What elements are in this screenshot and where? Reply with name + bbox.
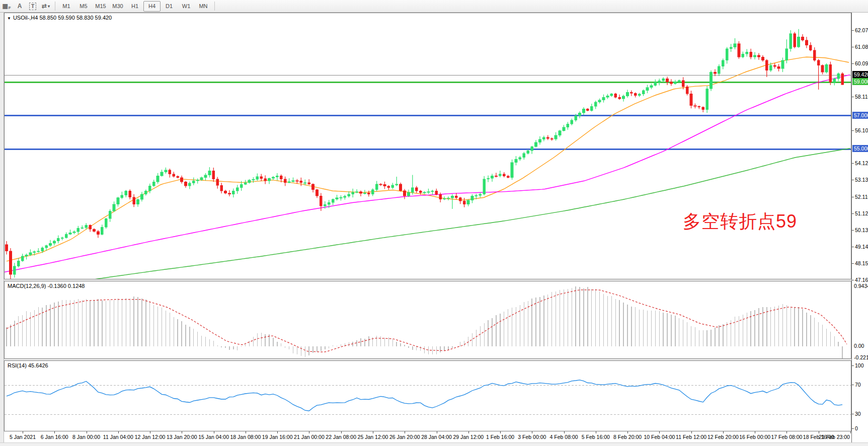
time-tick [87,431,87,433]
timeframe-button-mn[interactable]: MN [195,1,212,12]
time-tick [182,431,182,433]
time-tick [532,431,532,433]
macd-panel[interactable]: MACD(12,26,9) -0.1360 0.1248 [4,281,851,359]
rsi-axis-label: 30 [855,411,861,417]
time-tick [373,431,373,433]
time-tick-label: 21 Jan 00:00 [294,434,325,440]
time-tick-label: 16 Feb 00:00 [739,434,770,440]
price-tick [852,230,854,231]
time-tick-label: 22 Jan 08:00 [326,434,356,440]
timeframe-button-d1[interactable]: D1 [161,1,178,12]
time-tick [723,431,724,433]
annotate-text-icon[interactable]: A [14,1,26,11]
time-tick [437,431,437,433]
rsi-axis-label: 100 [855,362,864,368]
rsi-panel[interactable]: RSI(14) 45.6426 [4,360,851,431]
time-tick-label: 15 Jan 04:00 [198,434,229,440]
time-tick-label: 21 Feb 23:00 [819,434,850,440]
price-axis[interactable]: 62.07061.08060.09058.11056.10054.12053.1… [851,13,868,442]
symbol-ohlc-label: USOil-,H4 58.850 59.590 58.830 59.420 [13,15,112,21]
time-axis[interactable]: 5 Jan 20216 Jan 16:008 Jan 00:0011 Jan 0… [4,431,851,442]
price-tick [852,130,854,131]
time-tick-label: 8 Jan 00:00 [72,434,100,440]
time-tick [468,431,469,433]
time-tick-label: 5 Feb 16:00 [582,434,610,440]
time-tick-label: 28 Jan 04:00 [421,434,452,440]
price-tick [852,197,854,197]
time-tick-label: 12 Feb 20:00 [707,434,739,440]
time-tick-label: 5 Jan 2021 [10,434,36,440]
price-tick [852,280,854,280]
time-tick-label: 26 Jan 20:00 [389,434,420,440]
price-tick-label: 56.100 [855,127,868,133]
rsi-tick [852,385,854,385]
macd-histogram [7,286,842,358]
time-tick-label: 4 Feb 08:00 [550,434,578,440]
time-tick [500,431,501,433]
time-tick [627,431,628,433]
text-box-icon[interactable]: T [27,1,39,11]
price-label-box-57.000: 57.000 [852,112,868,119]
timeframe-button-w1[interactable]: W1 [178,1,195,12]
time-tick-label: 8 Feb 20:00 [613,434,642,440]
price-candles [5,29,843,279]
annotation-text: 多空转折点59 [683,209,797,234]
time-tick-label: 6 Jan 16:00 [41,434,68,440]
timeframe-button-m30[interactable]: M30 [109,1,126,12]
timeframe-button-m15[interactable]: M15 [92,1,109,12]
price-tick-label: 50.130 [855,227,868,233]
time-tick [23,431,23,433]
time-tick [309,431,309,433]
time-tick-label: 11 Jan 04:00 [103,434,133,440]
time-tick-label: 17 Feb 08:00 [771,434,803,440]
price-label-box-59.420: 59.420 [852,71,868,78]
rsi-axis-label: 70 [855,382,861,388]
time-tick-label: 3 Feb 00:00 [518,434,546,440]
time-tick-label: 25 Jan 12:00 [358,434,388,440]
toolbar-separator [214,2,215,11]
time-tick-label: 10 Feb 04:00 [644,434,675,440]
time-tick-label: 29 Jan 12:00 [453,434,484,440]
macd-axis-label: 0.9434 [854,283,868,289]
time-tick-label: 13 Jan 20:00 [167,434,197,440]
price-panel[interactable]: ▼USOil-,H4 58.850 59.590 58.830 59.420 多… [4,13,851,279]
price-tick [852,47,854,47]
rsi-axis-label: 0 [855,425,858,431]
toolbar-separator [55,2,55,11]
trading-platform-window: ▦FAT⇄▾M1M5M15M30H1H4D1W1MN ▼USOil-,H4 58… [0,0,868,446]
price-tick-label: 62.070 [855,27,868,33]
time-tick [54,431,55,433]
symbol-dropdown-icon[interactable]: ▼ [7,16,11,21]
price-tick [852,63,854,64]
time-tick [405,431,405,433]
time-tick-label: 11 Feb 12:00 [676,434,706,440]
price-tick [852,30,854,31]
cursor-arrows-icon[interactable]: ⇄▾ [40,1,52,11]
timeframe-button-m1[interactable]: M1 [58,1,75,12]
price-tick-label: 48.150 [855,260,868,266]
rsi-line [7,380,842,411]
rsi-tick [852,428,854,429]
left-gutter [0,13,4,442]
ma-mid-line[interactable] [5,75,850,272]
time-tick [819,431,819,433]
price-tick [852,163,854,164]
price-tick [852,247,854,247]
time-tick [755,431,755,433]
rsi-tick [852,414,854,414]
symbol-title[interactable]: ▼USOil-,H4 58.850 59.590 58.830 59.420 [7,15,112,21]
timeframe-button-h1[interactable]: H1 [126,1,143,12]
macd-label: MACD(12,26,9) -0.1360 0.1248 [8,283,85,289]
timeframe-button-h4[interactable]: H4 [143,1,161,12]
time-tick [214,431,214,433]
macd-canvas[interactable] [5,281,851,358]
time-tick [659,431,660,433]
timeframe-button-m5[interactable]: M5 [75,1,92,12]
price-chart-canvas[interactable] [5,13,851,279]
price-tick [852,97,854,97]
macd-axis-label: 0.00 [854,343,864,349]
price-tick-label: 58.110 [855,94,868,100]
price-tick-label: 60.090 [855,60,868,66]
chart-shift-icon[interactable]: ▦F [1,1,13,11]
rsi-canvas[interactable] [5,361,851,431]
